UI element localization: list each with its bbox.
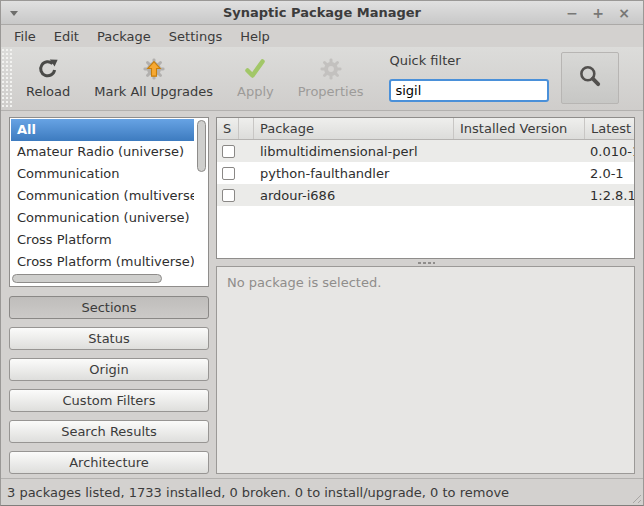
package-table: S Package Installed Version Latest Versi…	[216, 117, 635, 259]
sections-horizontal-scrollbar[interactable]	[12, 273, 194, 285]
latest-version: 2.0-1	[585, 166, 634, 181]
col-header-installed-version[interactable]: Installed Version	[454, 118, 585, 139]
titlebar: Synaptic Package Manager − + ×	[1, 1, 643, 25]
select-checkbox[interactable]	[222, 167, 235, 180]
window-title: Synaptic Package Manager	[1, 5, 643, 20]
section-item-communication-universe[interactable]: Communication (universe)	[11, 207, 194, 229]
table-row[interactable]: libmultidimensional-perl 0.010-1	[217, 140, 634, 162]
section-item-amateur-radio[interactable]: Amateur Radio (universe)	[11, 141, 194, 163]
mark-all-upgrades-icon	[141, 56, 167, 82]
quick-filter-input[interactable]	[389, 79, 549, 102]
apply-button: Apply	[225, 47, 286, 110]
menu-edit[interactable]: Edit	[45, 27, 88, 46]
toolbar: Reload Mark All Upgrades	[1, 47, 643, 111]
search-icon	[576, 63, 604, 94]
apply-check-icon	[243, 56, 267, 82]
triangle-down-icon	[10, 11, 18, 20]
quick-filter-label: Quick filter	[389, 53, 549, 68]
package-name: libmultidimensional-perl	[254, 144, 454, 159]
properties-gear-icon	[318, 56, 344, 82]
horizontal-scrollbar-thumb[interactable]	[12, 274, 162, 283]
mark-all-upgrades-label: Mark All Upgrades	[94, 84, 213, 99]
package-name: python-faulthandler	[254, 166, 454, 181]
minimize-button[interactable]: −	[561, 3, 583, 23]
search-results-button[interactable]: Search Results	[9, 420, 209, 443]
architecture-button[interactable]: Architecture	[9, 451, 209, 474]
reload-icon	[36, 56, 60, 82]
table-header: S Package Installed Version Latest Versi…	[217, 118, 634, 140]
window-controls: − + ×	[561, 3, 643, 23]
col-header-status[interactable]: S	[217, 118, 239, 139]
search-button[interactable]	[561, 52, 619, 104]
reload-button[interactable]: Reload	[14, 47, 82, 110]
splitter-grip-icon	[417, 261, 435, 265]
row-status-cell	[217, 167, 254, 180]
properties-label: Properties	[298, 84, 364, 99]
col-header-latest-version[interactable]: Latest Version	[585, 118, 634, 139]
menu-help[interactable]: Help	[231, 27, 279, 46]
table-row[interactable]: ardour-i686 1:2.8.14	[217, 184, 634, 206]
statusbar: 3 packages listed, 1733 installed, 0 bro…	[1, 478, 643, 505]
menu-settings[interactable]: Settings	[160, 27, 231, 46]
status-summary: 3 packages listed, 1733 installed, 0 bro…	[7, 485, 509, 500]
select-checkbox[interactable]	[222, 145, 235, 158]
category-buttons: Sections Status Origin Custom Filters Se…	[9, 296, 209, 474]
no-package-message: No package is selected.	[227, 275, 381, 290]
section-item-cross-platform-multiverse[interactable]: Cross Platform (multiverse)	[11, 251, 194, 273]
properties-button: Properties	[286, 47, 376, 110]
mark-all-upgrades-button[interactable]: Mark All Upgrades	[82, 47, 225, 110]
vertical-scrollbar-thumb[interactable]	[197, 120, 206, 172]
apply-label: Apply	[237, 84, 274, 99]
right-panel: S Package Installed Version Latest Versi…	[216, 117, 635, 474]
menubar: File Edit Package Settings Help	[1, 25, 643, 47]
section-item-communication[interactable]: Communication	[11, 163, 194, 185]
maximize-button[interactable]: +	[587, 3, 609, 23]
pane-splitter[interactable]	[216, 259, 635, 266]
select-checkbox[interactable]	[222, 189, 235, 202]
sections-list: All Amateur Radio (universe) Communicati…	[9, 117, 209, 287]
quick-filter-group: Quick filter	[375, 47, 555, 110]
section-item-communication-multiverse[interactable]: Communication (multiverse)	[11, 185, 194, 207]
package-name: ardour-i686	[254, 188, 454, 203]
custom-filters-button[interactable]: Custom Filters	[9, 389, 209, 412]
section-item-cross-platform[interactable]: Cross Platform	[11, 229, 194, 251]
resize-grip[interactable]	[630, 492, 641, 503]
col-header-icon[interactable]	[239, 118, 254, 139]
section-item-all[interactable]: All	[11, 119, 194, 141]
main-area: All Amateur Radio (universe) Communicati…	[1, 111, 643, 478]
window-menu-button[interactable]	[1, 1, 27, 24]
synaptic-window: Synaptic Package Manager − + × File Edit…	[0, 0, 644, 506]
latest-version: 0.010-1	[585, 144, 634, 159]
menu-file[interactable]: File	[5, 27, 45, 46]
package-details-pane: No package is selected.	[216, 266, 635, 474]
table-row[interactable]: python-faulthandler 2.0-1	[217, 162, 634, 184]
row-status-cell	[217, 189, 254, 202]
reload-label: Reload	[26, 84, 70, 99]
sections-vertical-scrollbar[interactable]	[195, 120, 207, 272]
col-header-package[interactable]: Package	[254, 118, 454, 139]
sections-list-items: All Amateur Radio (universe) Communicati…	[11, 119, 194, 273]
sections-button[interactable]: Sections	[9, 296, 209, 319]
row-status-cell	[217, 145, 254, 158]
origin-button[interactable]: Origin	[9, 358, 209, 381]
menu-package[interactable]: Package	[88, 27, 160, 46]
left-panel: All Amateur Radio (universe) Communicati…	[9, 117, 209, 474]
toolbar-drag-handle[interactable]	[1, 48, 12, 109]
status-button[interactable]: Status	[9, 327, 209, 350]
close-button[interactable]: ×	[613, 3, 635, 23]
latest-version: 1:2.8.14	[585, 188, 634, 203]
